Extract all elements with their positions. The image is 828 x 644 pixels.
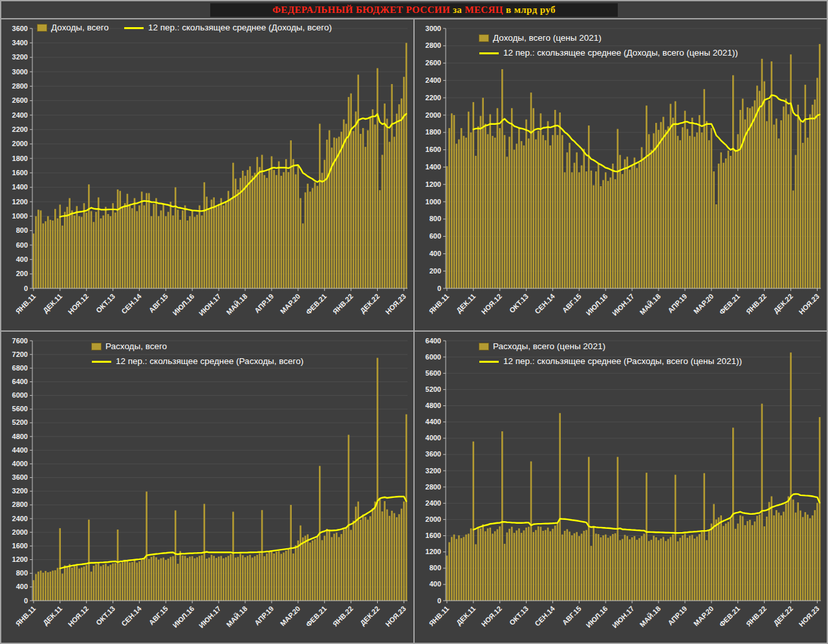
chart-legend: Расходы, всего (цены 2021)12 пер.: сколь… <box>479 342 742 367</box>
svg-text:0: 0 <box>24 284 28 292</box>
svg-text:НОЯ.23: НОЯ.23 <box>797 292 820 316</box>
title-part: ФЕДЕРАЛЬНЫЙ БЮДЖЕТ РОССИИ <box>272 5 450 15</box>
chart-legend: Расходы, всего12 пер.: скользящее средне… <box>92 342 303 367</box>
svg-text:1600: 1600 <box>12 542 28 550</box>
svg-text:ДЕК.22: ДЕК.22 <box>772 605 794 627</box>
svg-text:МАЙ.18: МАЙ.18 <box>224 292 248 316</box>
svg-text:АПР.19: АПР.19 <box>666 605 688 627</box>
svg-text:5200: 5200 <box>12 418 28 426</box>
svg-text:АВГ.15: АВГ.15 <box>561 292 583 314</box>
svg-text:ДЕК.11: ДЕК.11 <box>455 292 477 314</box>
svg-text:ИЮН.17: ИЮН.17 <box>611 605 636 630</box>
svg-text:МАР.20: МАР.20 <box>279 605 301 627</box>
svg-text:1200: 1200 <box>426 180 441 188</box>
chart-legend: Доходы, всего12 пер.: скользящее среднее… <box>38 23 332 33</box>
line-swatch-icon <box>479 52 499 54</box>
svg-text:2800: 2800 <box>426 483 441 491</box>
svg-text:МАР.20: МАР.20 <box>692 292 715 315</box>
legend-label: 12 пер.: скользящее среднее (Доходы, все… <box>148 23 332 33</box>
bar-swatch-icon <box>479 343 488 350</box>
svg-text:800: 800 <box>16 569 28 577</box>
svg-text:2000: 2000 <box>12 140 28 147</box>
svg-text:ДЕК.11: ДЕК.11 <box>455 605 477 627</box>
legend-label: Доходы, всего <box>51 23 109 33</box>
svg-text:3000: 3000 <box>426 25 441 32</box>
svg-text:1400: 1400 <box>12 183 28 191</box>
svg-text:МАР.20: МАР.20 <box>692 605 715 627</box>
svg-text:4400: 4400 <box>426 418 441 425</box>
svg-text:ЯНВ.22: ЯНВ.22 <box>745 605 768 628</box>
svg-text:ЯНВ.22: ЯНВ.22 <box>331 292 354 316</box>
legend-label: 12 пер.: скользящее среднее (Расходы, вс… <box>116 357 303 367</box>
svg-text:2400: 2400 <box>12 515 28 522</box>
title-part: за <box>450 5 465 15</box>
legend-label: 12 пер.: скользящее среднее (Расходы, вс… <box>503 357 742 367</box>
svg-text:5600: 5600 <box>426 369 441 377</box>
legend-label: 12 пер.: скользящее среднее (Доходы, все… <box>503 48 738 58</box>
svg-text:ИЮЛ.16: ИЮЛ.16 <box>171 292 196 317</box>
svg-text:АВГ.15: АВГ.15 <box>561 605 583 627</box>
svg-text:600: 600 <box>16 241 28 249</box>
svg-text:3600: 3600 <box>12 473 28 481</box>
svg-text:ИЮН.17: ИЮН.17 <box>197 605 223 630</box>
svg-text:200: 200 <box>16 270 28 277</box>
svg-text:6000: 6000 <box>12 391 28 399</box>
svg-text:АВГ.15: АВГ.15 <box>147 605 169 627</box>
svg-text:ЯНВ.11: ЯНВ.11 <box>428 292 451 316</box>
svg-text:2800: 2800 <box>426 41 441 49</box>
svg-text:СЕН.14: СЕН.14 <box>120 292 143 315</box>
svg-text:0: 0 <box>437 597 441 605</box>
legend-item-line: 12 пер.: скользящее среднее (Расходы, вс… <box>479 357 742 367</box>
svg-text:НОЯ.12: НОЯ.12 <box>67 292 90 316</box>
chart-canvas-revenues-real-2021: 0200400600800100012001400160018002000220… <box>415 19 827 330</box>
title-row: ФЕДЕРАЛЬНЫЙ БЮДЖЕТ РОССИИ за МЕСЯЦ в млр… <box>1 1 827 18</box>
svg-text:3400: 3400 <box>12 39 28 47</box>
svg-text:НОЯ.23: НОЯ.23 <box>797 605 820 628</box>
svg-text:0: 0 <box>437 284 441 292</box>
svg-text:600: 600 <box>430 232 441 240</box>
svg-text:АПР.19: АПР.19 <box>253 292 275 314</box>
svg-text:ФЕВ.21: ФЕВ.21 <box>717 292 741 316</box>
svg-text:6800: 6800 <box>12 364 28 372</box>
legend-item-line: 12 пер.: скользящее среднее (Доходы, все… <box>479 48 738 58</box>
svg-text:4000: 4000 <box>426 434 441 442</box>
svg-text:СЕН.14: СЕН.14 <box>533 604 556 627</box>
svg-text:ДЕК.11: ДЕК.11 <box>41 605 63 627</box>
svg-text:НОЯ.12: НОЯ.12 <box>480 605 503 628</box>
svg-text:1200: 1200 <box>12 555 28 563</box>
title-part: в млрд руб <box>503 5 556 15</box>
svg-text:1200: 1200 <box>426 548 441 555</box>
svg-text:3200: 3200 <box>12 53 28 61</box>
svg-text:ЯНВ.11: ЯНВ.11 <box>428 605 451 628</box>
svg-text:2000: 2000 <box>426 515 441 523</box>
svg-text:НОЯ.23: НОЯ.23 <box>384 605 407 628</box>
svg-text:ИЮЛ.16: ИЮЛ.16 <box>585 292 609 317</box>
legend-item-bar: Расходы, всего (цены 2021) <box>479 342 742 352</box>
svg-text:ИЮЛ.16: ИЮЛ.16 <box>171 605 196 629</box>
legend-item-bar: Расходы, всего <box>92 342 303 352</box>
svg-text:3600: 3600 <box>12 25 28 32</box>
svg-text:МАЙ.18: МАЙ.18 <box>638 292 662 316</box>
svg-text:1800: 1800 <box>426 128 441 136</box>
svg-text:НОЯ.12: НОЯ.12 <box>67 605 90 628</box>
svg-text:200: 200 <box>430 267 441 275</box>
line-swatch-icon <box>479 361 499 363</box>
svg-text:400: 400 <box>430 250 441 257</box>
svg-text:МАР.20: МАР.20 <box>279 292 301 315</box>
legend-label: Расходы, всего <box>105 342 167 352</box>
svg-text:ДЕК.22: ДЕК.22 <box>358 605 381 627</box>
chart-expenditures-nominal: 0400800120016002000240028003200360040004… <box>1 332 413 643</box>
svg-text:ДЕК.22: ДЕК.22 <box>358 292 381 315</box>
page: ФЕДЕРАЛЬНЫЙ БЮДЖЕТ РОССИИ за МЕСЯЦ в млр… <box>0 0 828 644</box>
svg-text:3600: 3600 <box>426 450 441 458</box>
svg-text:ОКТ.13: ОКТ.13 <box>94 605 116 627</box>
svg-text:7200: 7200 <box>12 350 28 358</box>
svg-text:1800: 1800 <box>12 155 28 162</box>
legend-item-line: 12 пер.: скользящее среднее (Доходы, все… <box>124 23 332 33</box>
svg-text:3200: 3200 <box>12 487 28 495</box>
line-swatch-icon <box>124 27 144 29</box>
svg-text:АВГ.15: АВГ.15 <box>147 292 169 314</box>
svg-text:МАЙ.18: МАЙ.18 <box>224 605 248 628</box>
svg-text:ИЮЛ.16: ИЮЛ.16 <box>585 605 609 629</box>
svg-text:ОКТ.13: ОКТ.13 <box>508 605 530 627</box>
